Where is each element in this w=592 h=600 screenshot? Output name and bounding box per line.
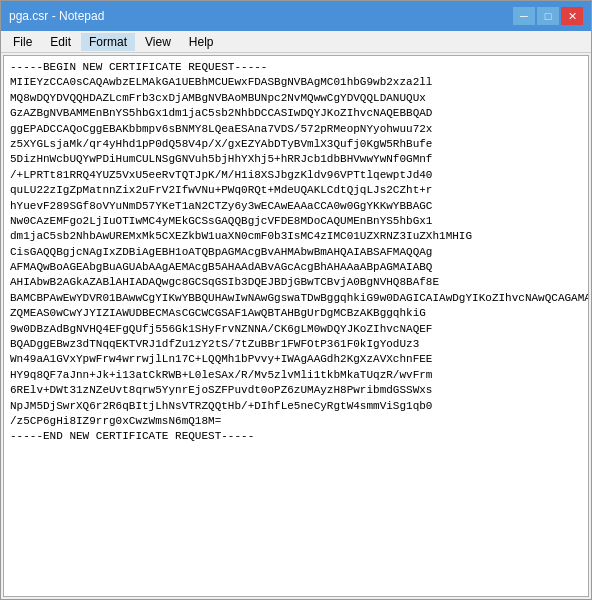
title-bar: pga.csr - Notepad ─ □ ✕ xyxy=(1,1,591,31)
text-editor[interactable]: -----BEGIN NEW CERTIFICATE REQUEST----- … xyxy=(4,56,588,596)
close-button[interactable]: ✕ xyxy=(561,7,583,25)
window-controls: ─ □ ✕ xyxy=(513,7,583,25)
menu-help[interactable]: Help xyxy=(181,33,222,51)
menu-format[interactable]: Format xyxy=(81,33,135,51)
menu-file[interactable]: File xyxy=(5,33,40,51)
editor-area: -----BEGIN NEW CERTIFICATE REQUEST----- … xyxy=(3,55,589,597)
menu-edit[interactable]: Edit xyxy=(42,33,79,51)
menu-view[interactable]: View xyxy=(137,33,179,51)
notepad-window: pga.csr - Notepad ─ □ ✕ File Edit Format… xyxy=(0,0,592,600)
minimize-button[interactable]: ─ xyxy=(513,7,535,25)
window-title: pga.csr - Notepad xyxy=(9,9,104,23)
menu-bar: File Edit Format View Help xyxy=(1,31,591,53)
maximize-button[interactable]: □ xyxy=(537,7,559,25)
